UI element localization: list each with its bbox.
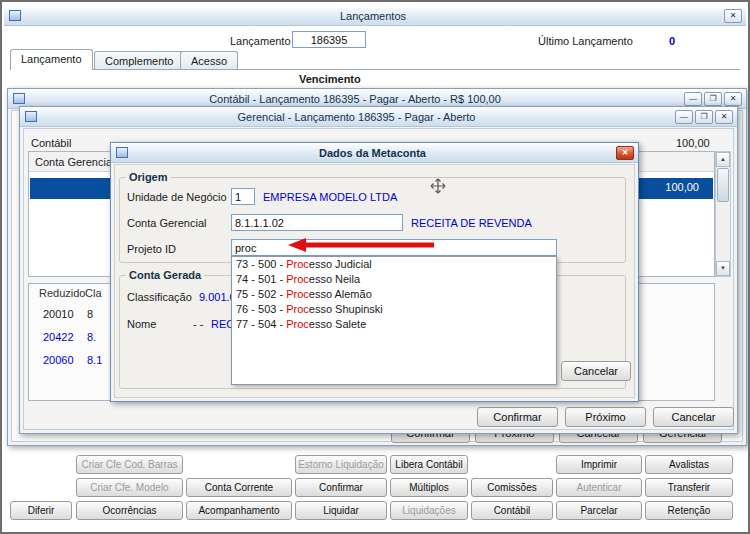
window-icon xyxy=(13,93,25,104)
conta-gerencial-label: Conta Gerencial xyxy=(127,217,207,229)
gerencial-contabil-label: Contábil xyxy=(31,137,71,149)
classificacao-label: Classificação xyxy=(127,291,192,303)
footer-button-libera-contabil[interactable]: Libera Contábil xyxy=(390,455,468,474)
footer-button-ocorrencias[interactable]: Ocorrências xyxy=(76,501,183,520)
footer-button-criar-cfe-modelo[interactable]: Criar Cfe. Modelo xyxy=(76,478,183,497)
item-match: Proc xyxy=(286,258,309,270)
scroll-down-icon[interactable]: ▼ xyxy=(716,261,730,276)
close-icon[interactable]: ✕ xyxy=(715,110,733,124)
item-prefix: 77 - 504 - xyxy=(236,318,286,330)
unidade-negocio-input[interactable] xyxy=(231,188,255,205)
dropdown-item[interactable]: 76 - 503 - Processo Shupinski xyxy=(232,302,556,317)
footer-button-contabil[interactable]: Contábil xyxy=(471,501,553,520)
dropdown-item[interactable]: 74 - 501 - Processo Neila xyxy=(232,272,556,287)
footer-button-diferir[interactable]: Diferir xyxy=(10,501,72,520)
maximize-icon[interactable]: ❐ xyxy=(704,92,722,106)
contabil-title: Contábil - Lançamento 186395 - Pagar - A… xyxy=(30,93,680,105)
window-icon xyxy=(9,10,21,21)
footer-button-imprimir[interactable]: Imprimir xyxy=(556,455,642,474)
tab-complemento[interactable]: Complemento xyxy=(94,51,184,70)
nome-value-prefix: - - xyxy=(193,318,203,330)
gerencial-total-value: 100,00 xyxy=(676,137,710,149)
gerencial-cancelar-button[interactable]: Cancelar xyxy=(653,407,734,427)
footer-button-parcelar[interactable]: Parcelar xyxy=(556,501,642,520)
main-window-controls: ✕ xyxy=(724,9,742,23)
item-match: Proc xyxy=(286,303,309,315)
footer-button-estorno-liquidacao[interactable]: Estorno Liquidação xyxy=(295,455,387,474)
projeto-id-label: Projeto ID xyxy=(127,243,176,255)
footer-button-multiplos[interactable]: Múltiplos xyxy=(390,478,468,497)
main-title: Lançamentos xyxy=(26,10,720,22)
close-icon[interactable]: ✕ xyxy=(724,9,742,23)
conta-gerencial-input[interactable] xyxy=(231,214,403,231)
gerencial-window-controls: — ❐ ✕ xyxy=(675,110,733,124)
footer-button-avalistas[interactable]: Avalistas xyxy=(645,455,733,474)
ultimo-lancamento-value: 0 xyxy=(669,35,675,47)
list-header-cla: Cla xyxy=(85,287,102,299)
footer-button-conta-corrente[interactable]: Conta Corrente xyxy=(186,478,292,497)
item-suffix: esso Neila xyxy=(309,273,360,285)
projeto-id-input[interactable] xyxy=(231,239,557,256)
metaconta-dialog: Dados da Metaconta ✕ Origem Unidade de N… xyxy=(110,142,639,402)
footer-button-liquidacoes[interactable]: Liquidações xyxy=(390,501,468,520)
lancamento-input[interactable] xyxy=(292,31,366,48)
tab-lancamento[interactable]: Lançamento xyxy=(10,49,93,70)
conta-gerencial-desc: RECEITA DE REVENDA xyxy=(411,217,532,229)
item-suffix: esso Alemão xyxy=(309,288,372,300)
dropdown-item[interactable]: 73 - 500 - Processo Judicial xyxy=(232,257,556,272)
unidade-negocio-desc: EMPRESA MODELO LTDA xyxy=(263,191,397,203)
unidade-negocio-label: Unidade de Negócio xyxy=(127,191,227,203)
metaconta-window-controls: ✕ xyxy=(616,146,634,160)
cell-cla: 8.1 xyxy=(87,354,102,366)
metaconta-cancelar-button[interactable]: Cancelar xyxy=(561,361,631,381)
footer-button-autenticar[interactable]: Autenticar xyxy=(556,478,642,497)
tab-acesso[interactable]: Acesso xyxy=(180,51,238,70)
cell-reduzido: 20422 xyxy=(43,331,74,343)
close-icon[interactable]: ✕ xyxy=(616,146,634,160)
minimize-icon[interactable]: — xyxy=(684,92,702,106)
footer-button-liquidar[interactable]: Liquidar xyxy=(295,501,387,520)
tab-panel-border xyxy=(10,69,740,70)
gerencial-title: Gerencial - Lançamento 186395 - Pagar - … xyxy=(42,111,671,123)
ultimo-lancamento-label: Último Lançamento xyxy=(538,35,633,47)
footer-button-comissoes[interactable]: Comissões xyxy=(471,478,553,497)
metaconta-title: Dados da Metaconta xyxy=(133,147,612,159)
dropdown-item[interactable]: 77 - 504 - Processo Salete xyxy=(232,317,556,332)
lancamento-label: Lançamento xyxy=(230,35,291,47)
footer-button-transferir[interactable]: Transferir xyxy=(645,478,733,497)
footer-button-confirmar[interactable]: Confirmar xyxy=(295,478,387,497)
close-icon[interactable]: ✕ xyxy=(724,92,742,106)
window-icon xyxy=(116,147,128,158)
grid-scrollbar[interactable]: ▲ ▼ xyxy=(715,151,731,277)
cell-reduzido: 20010 xyxy=(43,308,74,320)
origem-group-label: Origem xyxy=(126,171,171,183)
item-suffix: esso Judicial xyxy=(309,258,372,270)
cell-cla: 8 xyxy=(87,308,93,320)
gerencial-confirmar-button[interactable]: Confirmar xyxy=(477,407,558,427)
dropdown-item[interactable]: 75 - 502 - Processo Alemão xyxy=(232,287,556,302)
scroll-up-icon[interactable]: ▲ xyxy=(716,152,730,167)
footer-button-retencao[interactable]: Retenção xyxy=(645,501,733,520)
gerencial-titlebar: Gerencial - Lançamento 186395 - Pagar - … xyxy=(20,107,737,127)
maximize-icon[interactable]: ❐ xyxy=(695,110,713,124)
footer-button-criar-cfe-cod-barras[interactable]: Criar Cfe Cod. Barras xyxy=(76,455,183,474)
cell-cla: 8. xyxy=(87,331,96,343)
main-titlebar: Lançamentos ✕ xyxy=(4,6,746,26)
list-header-reduzido: Reduzido xyxy=(39,287,85,299)
scrollbar-thumb[interactable] xyxy=(717,168,729,202)
footer-button-acompanhamento[interactable]: Acompanhamento xyxy=(186,501,292,520)
gerencial-proximo-button[interactable]: Próximo xyxy=(565,407,646,427)
screen: Lançamentos ✕ Lançamento Último Lançamen… xyxy=(0,0,750,534)
item-match: Proc xyxy=(286,318,309,330)
contabil-window-controls: — ❐ ✕ xyxy=(684,92,742,106)
nome-label: Nome xyxy=(127,318,156,330)
item-prefix: 74 - 501 - xyxy=(236,273,286,285)
selected-row-amount: 100,00 xyxy=(665,181,699,193)
minimize-icon[interactable]: — xyxy=(675,110,693,124)
item-suffix: esso Shupinski xyxy=(309,303,383,315)
window-icon xyxy=(25,111,37,122)
projeto-dropdown-list: 73 - 500 - Processo Judicial 74 - 501 - … xyxy=(231,256,557,385)
item-match: Proc xyxy=(286,273,309,285)
cell-reduzido: 20060 xyxy=(43,354,74,366)
item-prefix: 73 - 500 - xyxy=(236,258,286,270)
